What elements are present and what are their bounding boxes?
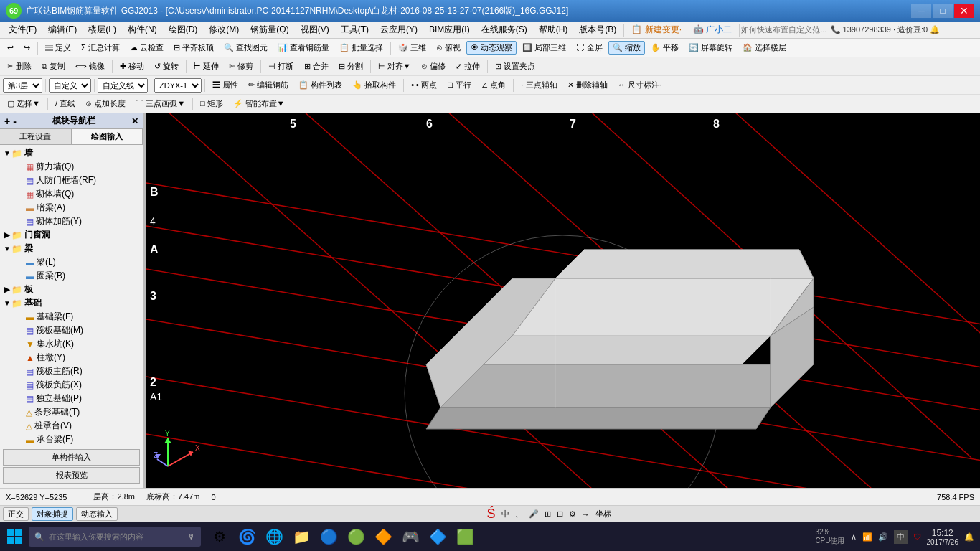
taskbar-icon-chrome[interactable]: 🔵 (316, 524, 341, 550)
maximize-button[interactable]: □ (933, 4, 953, 18)
toolbar-define[interactable]: ▤ 定义 (41, 41, 75, 55)
toolbar-two-point[interactable]: ⊶ 两点 (407, 78, 441, 92)
menu-file[interactable]: 文件(F) (3, 22, 42, 37)
toolbar-dynamic-obs[interactable]: 👁 动态观察 (466, 41, 517, 55)
toolbar-offset[interactable]: ⊙ 偏修 (417, 60, 450, 73)
tree-hidden-beam[interactable]: ▬ 暗梁(A) (16, 201, 141, 215)
menu-edit[interactable]: 编辑(E) (42, 22, 83, 37)
menu-version[interactable]: 版本号(B) (573, 22, 622, 37)
openings-expander[interactable]: ▶ (3, 231, 11, 239)
toolbar-pan[interactable]: ✋ 平移 (646, 41, 683, 55)
toolbar-align-top[interactable]: ⊟ 平齐板顶 (169, 41, 218, 55)
tree-masonry-wall[interactable]: ▦ 砌体墙(Q) (16, 187, 141, 201)
toolbar-stretch[interactable]: ⤢ 拉伸 (451, 60, 484, 73)
layer-select[interactable]: 第3层 (3, 78, 42, 93)
tray-up-arrow[interactable]: ∧ (851, 532, 857, 542)
toolbar-zoom[interactable]: 🔍 缩放 (608, 41, 645, 55)
toolbar-point-length[interactable]: ⊙ 点加长度 (81, 97, 130, 110)
toolbar-three-point-aux[interactable]: · 三点辅轴 (517, 78, 561, 92)
toolbar-undo[interactable]: ↩ (3, 42, 18, 54)
menu-draw[interactable]: 绘图(D) (163, 22, 204, 37)
taskbar-icon-game2[interactable]: 🎮 (397, 524, 423, 550)
beams-expander[interactable]: ▼ (3, 245, 11, 253)
toolbar-rotate[interactable]: ↺ 旋转 (150, 60, 183, 73)
tree-masonry-rebar[interactable]: ▤ 砌体加筋(Y) (16, 215, 141, 228)
foundation-expander[interactable]: ▼ (3, 299, 11, 307)
tree-civil-wall[interactable]: ▤ 人防门框墙(RF) (16, 174, 141, 187)
toolbar-fullscreen[interactable]: ⛶ 全屏 (572, 41, 606, 55)
tree-raft[interactable]: ▤ 筏板基础(M) (16, 324, 141, 337)
toolbar-props[interactable]: ☰ 属性 (208, 78, 242, 92)
taskbar-icon-edge[interactable]: 🌐 (261, 524, 287, 550)
snap-btn[interactable]: 对象捕捉 (32, 507, 73, 521)
menu-rebar[interactable]: 钢筋量(Q) (245, 22, 294, 37)
tree-isolated-found[interactable]: ▤ 独立基础(P) (16, 392, 141, 405)
tree-raft-main-rebar[interactable]: ▤ 筏板主筋(R) (16, 364, 141, 378)
code-select[interactable]: ZDYX-1 (154, 78, 202, 93)
menu-assistant[interactable]: 🤖 广小二 (687, 22, 738, 37)
tree-beam-l[interactable]: ▬ 梁(L) (16, 255, 141, 269)
toolbar-cloud-check[interactable]: ☁ 云检查 (126, 41, 168, 55)
custom-line-select[interactable]: 自定义线 (98, 78, 148, 93)
toolbar-angle-point[interactable]: ∠ 点角 (477, 78, 510, 92)
toolbar-calc[interactable]: Σ 汇总计算 (77, 41, 124, 55)
taskbar-icon-app3[interactable]: 🔷 (425, 524, 451, 550)
menu-tools[interactable]: 工具(T) (335, 22, 374, 37)
walls-expander[interactable]: ▼ (3, 149, 11, 157)
custom-select[interactable]: 自定义 (49, 78, 91, 93)
toolbar-del-aux[interactable]: ✕ 删除辅轴 (563, 78, 612, 92)
toolbar-merge[interactable]: ⊞ 合并 (300, 60, 333, 73)
toolbar-extend[interactable]: ⊢ 延伸 (189, 60, 223, 73)
tree-openings[interactable]: ▶ 📁 门窗洞 (1, 228, 141, 242)
toolbar-align[interactable]: ⊨ 对齐▼ (374, 60, 415, 73)
toolbar-smart-place[interactable]: ⚡ 智能布置▼ (229, 97, 289, 110)
toolbar-edit-rebar[interactable]: ✏ 编辑钢筋 (244, 78, 293, 92)
dynamic-input-btn[interactable]: 动态输入 (76, 507, 118, 521)
toolbar-split[interactable]: ⊟ 分割 (334, 60, 367, 73)
taskbar-icon-settings[interactable]: ⚙ (207, 524, 232, 550)
toolbar-select-floor[interactable]: 🏠 选择楼层 (738, 41, 791, 55)
toolbar-local-3d[interactable]: 🔲 局部三维 (518, 41, 570, 55)
menu-help[interactable]: 帮助(H) (533, 22, 574, 37)
toolbar-trim[interactable]: ✄ 修剪 (225, 60, 258, 73)
toolbar-set-grip[interactable]: ⊡ 设置夹点 (491, 60, 540, 73)
toolbar-dim[interactable]: ↔ 尺寸标注· (613, 78, 666, 92)
nav-tab-settings[interactable]: 工程设置 (0, 129, 72, 144)
toolbar-line[interactable]: / 直线 (51, 97, 80, 110)
tree-foundation[interactable]: ▼ 📁 基础 (1, 296, 141, 310)
taskbar-search[interactable]: 🔍 在这里输入你要搜索的内容 🎙 (29, 527, 201, 547)
single-component-btn[interactable]: 单构件输入 (3, 449, 140, 466)
nav-add-btn[interactable]: + (4, 116, 10, 127)
taskbar-icon-game[interactable]: 🔶 (370, 524, 396, 550)
tree-col-base[interactable]: ▲ 柱墩(Y) (16, 351, 141, 364)
close-button[interactable]: ✕ (954, 4, 974, 18)
tree-ring-beam[interactable]: ▬ 圈梁(B) (16, 269, 141, 283)
tree-shear-wall[interactable]: ▦ 剪力墙(Q) (16, 160, 141, 174)
tree-raft-neg-rebar[interactable]: ▤ 筏板负筋(X) (16, 378, 141, 392)
nav-tab-drawing[interactable]: 绘图输入 (72, 129, 143, 144)
toolbar-delete[interactable]: ✂ 删除 (3, 60, 36, 73)
tray-language[interactable]: 中 (894, 530, 908, 544)
taskbar-icon-app4[interactable]: 🟩 (452, 524, 478, 550)
ortho-btn[interactable]: 正交 (3, 507, 29, 521)
toolbar-mirror[interactable]: ⟺ 镜像 (71, 60, 109, 73)
nav-close-btn[interactable]: ✕ (131, 116, 138, 126)
tree-pile-cap[interactable]: △ 桩承台(V) (16, 419, 141, 433)
tree-strip-found[interactable]: △ 条形基础(T) (16, 405, 141, 419)
toolbar-pick-comp[interactable]: 👆 拾取构件 (348, 78, 400, 92)
toolbar-3d[interactable]: 🎲 三维 (394, 41, 430, 55)
tree-slabs[interactable]: ▶ 📁 板 (1, 283, 141, 296)
toolbar-three-arc[interactable]: ⌒ 三点画弧▼ (131, 97, 189, 110)
taskbar-icon-chrome2[interactable]: 🟢 (343, 524, 369, 550)
tree-cap-beam[interactable]: ▬ 承台梁(F) (16, 433, 141, 446)
menu-online[interactable]: 在线服务(S) (476, 22, 533, 37)
menu-new-change[interactable]: 📋 新建变更· (626, 22, 687, 37)
toolbar-move[interactable]: ✚ 移动 (116, 60, 149, 73)
toolbar-copy[interactable]: ⧉ 复制 (37, 60, 70, 73)
report-preview-btn[interactable]: 报表预览 (3, 467, 140, 484)
toolbar-rect[interactable]: □ 矩形 (196, 97, 227, 110)
toolbar-top-view[interactable]: ⊙ 俯视 (432, 41, 465, 55)
toolbar-find[interactable]: 🔍 查找图元 (220, 41, 272, 55)
menu-cloud[interactable]: 云应用(Y) (374, 22, 423, 37)
menu-bim[interactable]: BIM应用(I) (423, 22, 476, 37)
